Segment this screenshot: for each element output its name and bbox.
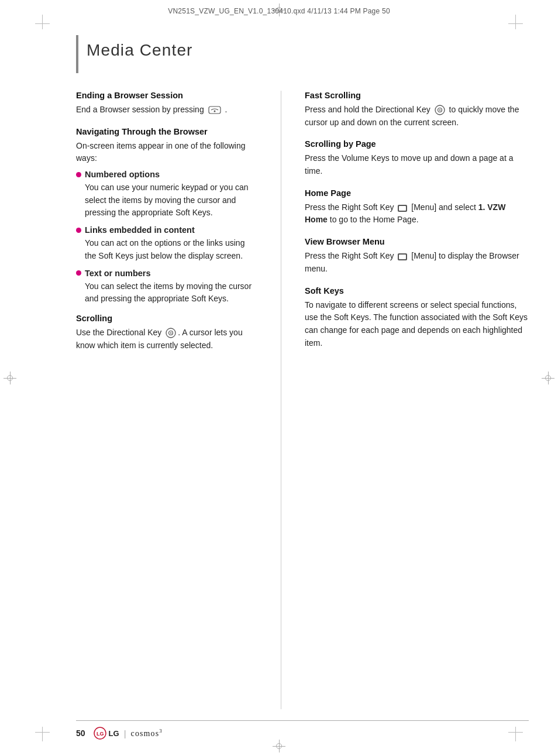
lg-logo-icon: LG: [94, 727, 106, 740]
accent-bar: [76, 35, 78, 73]
navigating-title: Navigating Through the Browser: [76, 127, 257, 136]
svg-point-4: [170, 332, 172, 334]
soft-keys-title: Soft Keys: [305, 286, 529, 295]
crop-mark-bl-v: [42, 727, 43, 741]
section-ending-browser: Ending a Browser Session End a Browser s…: [76, 91, 257, 116]
left-column: Ending a Browser Session End a Browser s…: [76, 91, 257, 709]
scrolling-page-title: Scrolling by Page: [305, 139, 529, 149]
section-navigating: Navigating Through the Browser On-screen…: [76, 127, 257, 305]
svg-text:LG: LG: [97, 731, 104, 737]
text-numbers-title: Text or numbers: [76, 269, 257, 278]
footer-lg-text: LG: [109, 729, 119, 738]
section-home-page: Home Page Press the Right Soft Key [Menu…: [305, 188, 529, 226]
links-embedded-title: Links embedded in content: [76, 225, 257, 235]
scrolling-body: Use the Directional Key . A cursor lets …: [76, 327, 257, 352]
soft-keys-body: To navigate to different screens or sele…: [305, 299, 529, 350]
crop-mark-tr-v: [515, 15, 516, 29]
footer-page-number: 50: [76, 728, 85, 738]
cross-bottom: [273, 740, 285, 752]
svg-point-1: [213, 111, 215, 112]
numbered-options-body: You can use your numeric keypad or you c…: [85, 181, 257, 219]
view-browser-menu-body: Press the Right Soft Key [Menu] to displ…: [305, 250, 529, 275]
section-scrolling: Scrolling Use the Directional Key . A cu…: [76, 314, 257, 352]
crop-mark-tl-v: [42, 15, 43, 29]
ending-browser-title: Ending a Browser Session: [76, 91, 257, 100]
ending-browser-body: End a Browser session by pressing .: [76, 104, 257, 116]
numbered-options-title: Numbered options: [76, 170, 257, 179]
section-view-browser-menu: View Browser Menu Press the Right Soft K…: [305, 237, 529, 275]
list-item-text-numbers: Text or numbers You can select the items…: [76, 269, 257, 305]
bullet-dot: [76, 172, 81, 177]
list-item-links: Links embedded in content You can act on…: [76, 225, 257, 262]
bullet-list: Numbered options You can use your numeri…: [76, 170, 257, 305]
softkey-icon-menu: [397, 252, 408, 260]
right-column: Fast Scrolling Press and hold the Direct…: [305, 91, 529, 709]
home-page-body: Press the Right Soft Key [Menu] and sele…: [305, 201, 529, 226]
svg-rect-0: [209, 106, 221, 114]
fast-scrolling-body: Press and hold the Directional Key to qu…: [305, 104, 529, 129]
footer-superscript: 3: [159, 728, 163, 734]
section-fast-scrolling: Fast Scrolling Press and hold the Direct…: [305, 91, 529, 129]
header-file-info: VN251S_VZW_UG_EN_V1.0_130410.qxd 4/11/13…: [168, 7, 390, 15]
view-browser-menu-title: View Browser Menu: [305, 237, 529, 246]
footer-separator: |: [124, 728, 126, 738]
softkey-icon-home: [397, 204, 408, 212]
bullet-dot: [76, 270, 81, 276]
footer: 50 LG LG | cosmos3: [76, 720, 529, 740]
nav-icon-fast: [434, 104, 446, 116]
section-soft-keys: Soft Keys To navigate to different scree…: [305, 286, 529, 350]
fast-scrolling-title: Fast Scrolling: [305, 91, 529, 100]
svg-point-7: [439, 109, 440, 111]
section-scrolling-page: Scrolling by Page Press the Volume Keys …: [305, 139, 529, 177]
footer-cosmos-text: cosmos3: [131, 728, 163, 738]
phone-icon: [208, 105, 221, 115]
bullet-dot: [76, 228, 81, 233]
home-page-title: Home Page: [305, 188, 529, 198]
main-content: Ending a Browser Session End a Browser s…: [76, 91, 529, 709]
svg-rect-9: [399, 206, 406, 211]
list-item-numbered: Numbered options You can use your numeri…: [76, 170, 257, 219]
svg-rect-11: [399, 255, 406, 259]
footer-logo: LG LG | cosmos3: [94, 727, 163, 740]
scrolling-page-body: Press the Volume Keys to move up and dow…: [305, 152, 529, 177]
links-embedded-body: You can act on the options or the links …: [85, 237, 257, 262]
column-divider: [281, 91, 281, 709]
text-numbers-body: You can select the items by moving the c…: [85, 280, 257, 305]
header-bar: VN251S_VZW_UG_EN_V1.0_130410.qxd 4/11/13…: [0, 7, 558, 15]
navigating-body: On-screen items appear in one of the fol…: [76, 140, 257, 165]
cross-right: [542, 372, 554, 384]
scrolling-title: Scrolling: [76, 314, 257, 323]
nav-icon-scrolling: [165, 327, 177, 339]
page-title: Media Center: [87, 41, 193, 60]
page: VN251S_VZW_UG_EN_V1.0_130410.qxd 4/11/13…: [0, 0, 558, 756]
cross-left: [4, 372, 16, 384]
